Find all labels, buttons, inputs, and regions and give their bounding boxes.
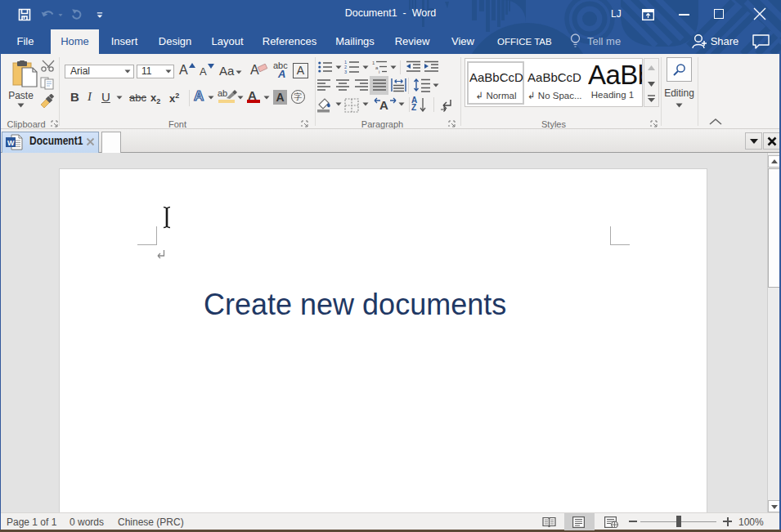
svg-text:3: 3: [344, 69, 347, 74]
svg-text:i: i: [379, 69, 379, 74]
svg-text:W: W: [7, 139, 15, 147]
